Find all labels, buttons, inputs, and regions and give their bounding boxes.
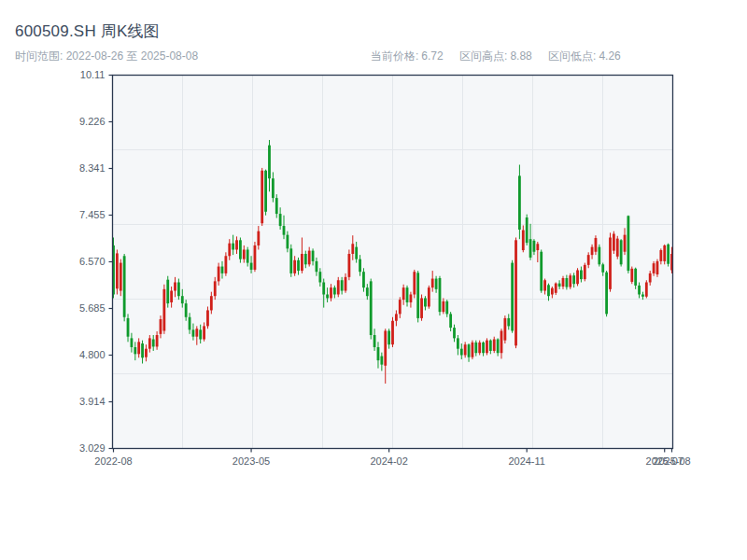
- x-tick-label: 2025-08: [653, 455, 690, 467]
- range-high-label: 区间高点:: [459, 49, 507, 63]
- date-range-label: 时间范围: 2022-08-26 至 2025-08-08: [15, 49, 198, 64]
- kline-report-page: 10.119.2268.3417.4556.5705.6854.8003.914…: [0, 0, 747, 560]
- y-tick-label: 6.570: [79, 256, 106, 267]
- current-price-value: 6.72: [421, 49, 443, 63]
- x-tick-label: 2024-11: [508, 455, 545, 467]
- x-tick-label: 2022-08: [94, 455, 132, 467]
- range-low-label: 区间低点:: [548, 49, 596, 63]
- y-tick-label: 5.685: [79, 302, 106, 314]
- kline-chart: 10.119.2268.3417.4556.5705.6854.8003.914…: [0, 0, 747, 560]
- range-low: 区间低点:4.26: [548, 49, 621, 63]
- x-tick-label: 2024-02: [370, 455, 407, 467]
- y-tick-label: 4.800: [79, 349, 106, 360]
- y-tick-label: 8.341: [79, 162, 106, 174]
- range-high: 区间高点:8.88: [459, 49, 532, 63]
- current-price-label: 当前价格:: [371, 49, 418, 63]
- y-tick-label: 3.029: [79, 442, 106, 454]
- y-tick-label: 9.226: [79, 116, 106, 127]
- range-low-value: 4.26: [599, 49, 620, 63]
- y-tick-label: 7.455: [79, 209, 106, 220]
- y-tick-label: 10.11: [80, 69, 106, 80]
- y-tick-label: 3.914: [79, 396, 106, 407]
- current-price: 当前价格:6.72: [371, 49, 444, 63]
- range-high-value: 8.88: [510, 49, 531, 63]
- price-stats: 当前价格:6.72 区间高点:8.88 区间低点:4.26: [371, 49, 634, 64]
- x-tick-label: 2023-05: [233, 455, 270, 467]
- page-title: 600509.SH 周K线图: [15, 21, 160, 42]
